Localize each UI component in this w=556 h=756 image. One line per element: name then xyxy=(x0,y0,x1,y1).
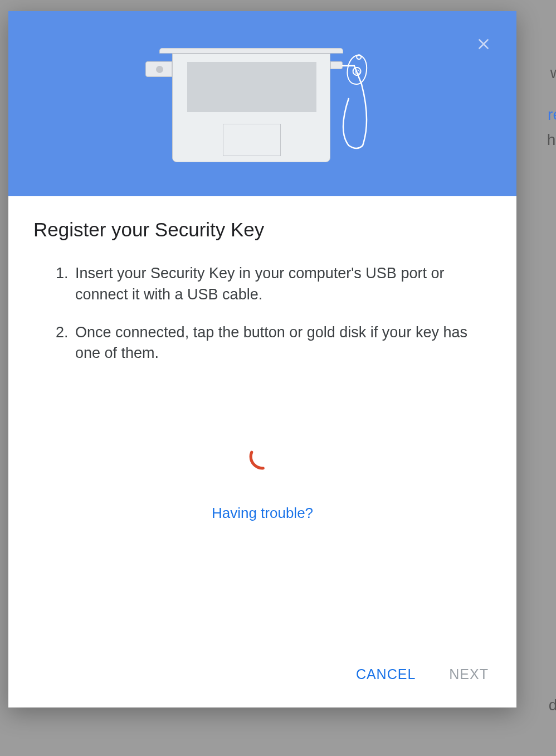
bg-fragment: re xyxy=(548,106,556,124)
dialog-header xyxy=(8,11,516,196)
dialog-content: Register your Security Key 1. Insert you… xyxy=(8,196,516,647)
laptop-lid-icon xyxy=(159,48,343,54)
cancel-button[interactable]: CANCEL xyxy=(353,661,418,688)
bg-fragment: d. xyxy=(549,696,556,714)
laptop-security-key-illustration xyxy=(145,48,379,168)
instruction-text: Insert your Security Key in your compute… xyxy=(75,263,491,306)
instruction-number: 2. xyxy=(56,322,75,365)
instruction-number: 1. xyxy=(56,263,75,306)
loading-spinner-container xyxy=(33,442,491,471)
close-button[interactable] xyxy=(473,33,494,55)
instruction-list: 1. Insert your Security Key in your comp… xyxy=(33,263,491,381)
close-icon xyxy=(475,35,492,53)
loading-spinner-icon xyxy=(248,442,277,471)
register-security-key-dialog: Register your Security Key 1. Insert you… xyxy=(8,11,516,707)
having-trouble-link[interactable]: Having trouble? xyxy=(33,505,491,522)
dialog-footer: CANCEL NEXT xyxy=(8,647,516,707)
instruction-item: 1. Insert your Security Key in your comp… xyxy=(56,263,491,306)
instruction-item: 2. Once connected, tap the button or gol… xyxy=(56,322,491,365)
bg-fragment: w xyxy=(550,64,556,82)
svg-point-0 xyxy=(251,445,274,468)
usb-port-icon xyxy=(145,61,172,77)
dialog-title: Register your Security Key xyxy=(33,219,491,241)
next-button[interactable]: NEXT xyxy=(446,661,491,688)
laptop-body-icon xyxy=(172,54,330,162)
bg-fragment: ho xyxy=(547,131,556,149)
instruction-text: Once connected, tap the button or gold d… xyxy=(75,322,491,365)
